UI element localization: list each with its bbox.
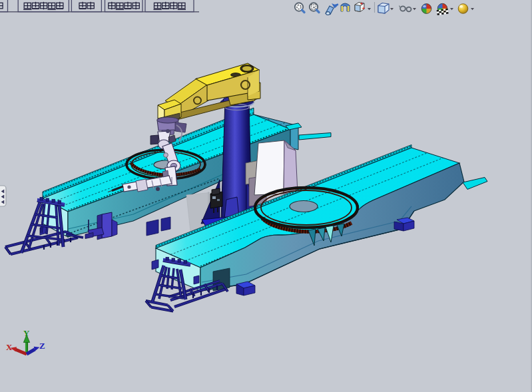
svg-text:Z: Z xyxy=(39,341,45,351)
svg-text:X: X xyxy=(6,342,13,352)
svg-text:+: + xyxy=(360,1,363,6)
svg-text:Y: Y xyxy=(23,328,30,338)
svg-text:+: + xyxy=(362,6,365,11)
